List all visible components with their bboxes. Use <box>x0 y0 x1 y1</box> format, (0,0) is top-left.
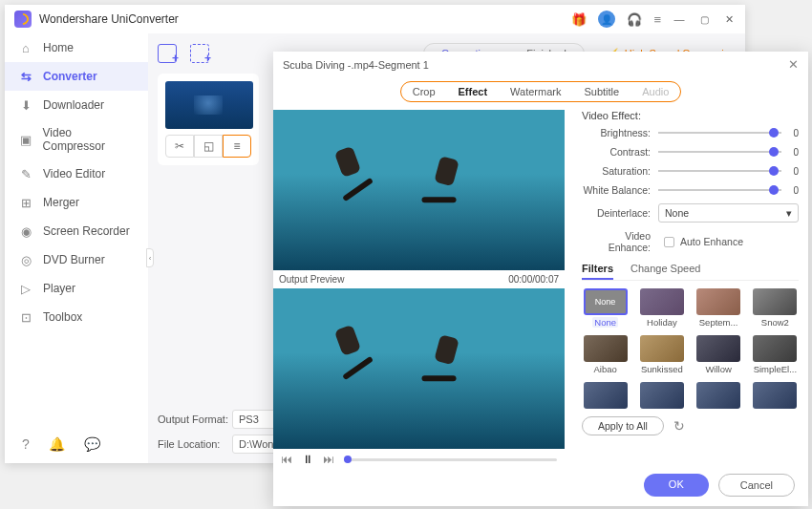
editor-title: Scuba Diving -.mp4-Segment 1 <box>283 59 429 71</box>
filter-holiday[interactable]: Holiday <box>638 288 685 328</box>
feedback-icon[interactable]: 💬 <box>84 436 100 452</box>
preview-column: Output Preview00:00/00:07 ⏮ ⏸ ⏭ <box>273 110 565 506</box>
window-minimize-icon[interactable] <box>673 12 686 26</box>
controls-column: Video Effect: Brightness:0 Contrast:0 Sa… <box>565 110 808 506</box>
sidebar-item-label: Converter <box>43 70 97 83</box>
subtab-filters[interactable]: Filters <box>582 263 613 280</box>
app-logo <box>14 11 32 28</box>
sidebar-item-merger[interactable]: ⊞Merger <box>5 188 148 217</box>
subtab-change-speed[interactable]: Change Speed <box>630 263 700 280</box>
merger-icon: ⊞ <box>18 195 33 210</box>
sidebar-item-converter[interactable]: ⇆Converter <box>5 62 148 91</box>
filter-grid: NoneNone Holiday Septem... Snow2 Aibao S… <box>582 288 799 409</box>
recorder-icon: ◉ <box>18 223 33 239</box>
sidebar-item-home[interactable]: ⌂Home <box>5 33 148 62</box>
dvd-icon: ◎ <box>18 252 33 267</box>
effect-editor-window: Scuba Diving -.mp4-Segment 1 ✕ Crop Effe… <box>273 52 808 506</box>
toolbox-icon: ⊡ <box>18 309 33 325</box>
filter-snow2[interactable]: Snow2 <box>752 288 799 328</box>
deinterlace-select[interactable]: None▾ <box>658 203 799 223</box>
add-file-button[interactable] <box>158 44 177 63</box>
window-close-icon[interactable] <box>722 12 736 26</box>
next-button[interactable]: ⏭ <box>323 453 334 466</box>
sidebar-item-compressor[interactable]: ▣Video Compressor <box>5 119 148 159</box>
sidebar: ⌂Home ⇆Converter ⬇Downloader ▣Video Comp… <box>5 33 148 463</box>
chevron-down-icon: ▾ <box>786 207 792 219</box>
headset-icon[interactable]: 🎧 <box>627 12 642 27</box>
filter-extra-1[interactable] <box>582 382 629 409</box>
time-display: 00:00/00:07 <box>508 274 559 285</box>
original-preview <box>273 110 565 270</box>
editor-icon: ✎ <box>18 166 33 181</box>
bell-icon[interactable]: 🔔 <box>49 436 65 452</box>
close-icon[interactable]: ✕ <box>788 57 799 72</box>
filter-extra-4[interactable] <box>752 382 799 409</box>
filter-aibao[interactable]: Aibao <box>582 335 629 374</box>
effect-button[interactable]: ≡ <box>223 135 251 158</box>
sidebar-item-label: Video Compressor <box>43 126 135 153</box>
ok-button[interactable]: OK <box>644 474 709 497</box>
cancel-button[interactable]: Cancel <box>718 474 795 497</box>
saturation-slider[interactable] <box>658 170 781 172</box>
filter-willow[interactable]: Willow <box>695 335 742 374</box>
auto-enhance-checkbox[interactable] <box>664 237 674 247</box>
player-icon: ▷ <box>18 281 33 296</box>
sidebar-item-label: Video Editor <box>43 167 105 180</box>
video-thumbnail <box>165 81 253 129</box>
sidebar-item-label: Downloader <box>43 98 104 112</box>
contrast-slider[interactable] <box>658 151 781 153</box>
tab-watermark[interactable]: Watermark <box>499 82 572 101</box>
crop-button[interactable]: ◱ <box>194 135 223 158</box>
compress-icon: ▣ <box>18 132 33 147</box>
editor-tabs: Crop Effect Watermark Subtitle Audio <box>400 81 682 102</box>
brightness-slider[interactable] <box>658 132 781 134</box>
sidebar-item-label: Screen Recorder <box>43 224 130 238</box>
sidebar-item-dvd[interactable]: ◎DVD Burner <box>5 245 148 274</box>
window-maximize-icon[interactable] <box>697 12 711 26</box>
queue-item[interactable]: ✂ ◱ ≡ <box>158 74 259 165</box>
filter-simpleel[interactable]: SimpleEl... <box>752 335 799 374</box>
help-icon[interactable]: ? <box>22 436 30 452</box>
filter-none[interactable]: NoneNone <box>582 288 629 328</box>
sidebar-collapse-handle[interactable]: ‹ <box>146 248 154 267</box>
transport-bar: ⏮ ⏸ ⏭ <box>273 449 565 470</box>
sidebar-item-label: Home <box>43 41 74 54</box>
tab-effect[interactable]: Effect <box>447 82 500 101</box>
output-preview <box>273 288 565 449</box>
download-icon: ⬇ <box>18 97 33 113</box>
gift-icon[interactable]: 🎁 <box>571 12 587 27</box>
video-effect-heading: Video Effect: <box>582 110 799 121</box>
sidebar-item-player[interactable]: ▷Player <box>5 274 148 303</box>
sidebar-item-recorder[interactable]: ◉Screen Recorder <box>5 217 148 245</box>
seek-slider[interactable] <box>344 458 557 461</box>
sidebar-item-downloader[interactable]: ⬇Downloader <box>5 91 148 119</box>
apply-to-all-button[interactable]: Apply to All <box>582 416 664 435</box>
sidebar-item-label: Toolbox <box>43 310 82 324</box>
add-folder-button[interactable] <box>190 44 209 63</box>
sidebar-item-toolbox[interactable]: ⊡Toolbox <box>5 303 148 331</box>
converter-icon: ⇆ <box>18 69 33 84</box>
tab-subtitle[interactable]: Subtitle <box>572 82 630 101</box>
menu-icon[interactable]: ≡ <box>653 12 661 27</box>
user-avatar-icon[interactable]: 👤 <box>598 11 615 28</box>
tab-crop[interactable]: Crop <box>401 82 447 101</box>
pause-button[interactable]: ⏸ <box>302 453 313 466</box>
output-preview-label: Output Preview <box>279 274 344 285</box>
sidebar-item-label: DVD Burner <box>43 253 105 266</box>
white-balance-slider[interactable] <box>658 189 781 191</box>
titlebar: Wondershare UniConverter 🎁 👤 🎧 ≡ <box>5 5 745 33</box>
tab-audio[interactable]: Audio <box>630 82 680 101</box>
filter-sunkissed[interactable]: Sunkissed <box>638 335 685 374</box>
sidebar-item-label: Player <box>43 282 75 295</box>
reset-icon[interactable]: ↻ <box>673 418 685 434</box>
file-location-label: File Location: <box>158 438 232 450</box>
filter-extra-3[interactable] <box>695 382 742 409</box>
sidebar-item-label: Merger <box>43 196 79 209</box>
output-format-label: Output Format: <box>158 414 232 425</box>
home-icon: ⌂ <box>18 40 33 55</box>
prev-button[interactable]: ⏮ <box>281 453 292 466</box>
filter-september[interactable]: Septem... <box>695 288 742 328</box>
sidebar-item-editor[interactable]: ✎Video Editor <box>5 159 148 188</box>
filter-extra-2[interactable] <box>638 382 685 409</box>
trim-button[interactable]: ✂ <box>165 135 194 158</box>
